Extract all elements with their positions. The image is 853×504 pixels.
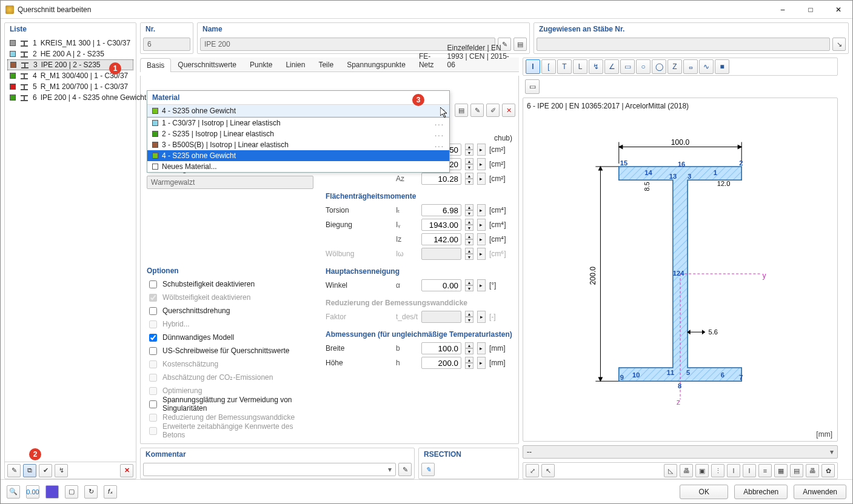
- preview-4-icon[interactable]: I: [743, 464, 756, 477]
- spin-buttons[interactable]: ▲▼: [465, 173, 473, 185]
- rsection-button[interactable]: ✎: [421, 463, 435, 476]
- tab[interactable]: Querschnittswerte: [171, 58, 243, 71]
- herstellung-input[interactable]: Warmgewalzt: [147, 176, 313, 189]
- option-row[interactable]: Querschnittsdrehung: [147, 304, 313, 317]
- prop-input[interactable]: [421, 204, 461, 216]
- shape-angle-button[interactable]: ∠: [604, 59, 619, 74]
- prop-input[interactable]: [421, 342, 461, 354]
- footer-tool-3[interactable]: [45, 485, 59, 499]
- option-checkbox[interactable]: [149, 280, 157, 288]
- material-option[interactable]: 1 - C30/37 | Isotrop | Linear elastisch …: [147, 118, 449, 128]
- footer-tool-5[interactable]: ↻: [84, 485, 98, 499]
- preview-3-icon[interactable]: I: [727, 464, 740, 477]
- close-button[interactable]: ✕: [825, 1, 852, 19]
- footer-tool-6[interactable]: fₓ: [104, 485, 117, 499]
- option-checkbox[interactable]: [149, 334, 157, 342]
- material-edit-button[interactable]: ✐: [486, 104, 500, 117]
- section-list[interactable]: 1 KREIS_M1 300 | 1 - C30/37 2 HE 200 A |…: [5, 35, 136, 462]
- shape-box-button[interactable]: ▭: [620, 59, 635, 74]
- kommentar-combo[interactable]: [143, 463, 396, 476]
- material-option[interactable]: 2 - S235 | Isotrop | Linear elastisch ..…: [147, 128, 449, 139]
- preview-zoom-button[interactable]: ⤢: [526, 464, 539, 477]
- preview-combo[interactable]: --: [523, 445, 838, 459]
- prop-arrow-button[interactable]: ▸: [477, 357, 486, 369]
- prop-input[interactable]: [421, 173, 461, 185]
- prop-arrow-button[interactable]: ▸: [477, 173, 486, 185]
- list-delete-button[interactable]: ✕: [120, 464, 133, 477]
- footer-tool-4[interactable]: ▢: [65, 485, 78, 499]
- tab[interactable]: FE-Netz: [412, 49, 441, 71]
- shape-custom-button[interactable]: ▭: [525, 79, 540, 94]
- tab[interactable]: Linien: [279, 58, 312, 71]
- spin-buttons[interactable]: ▲▼: [465, 357, 473, 369]
- tab[interactable]: Spannungspunkte: [340, 58, 412, 71]
- assigned-pick-button[interactable]: ↘: [832, 38, 846, 51]
- preview-grid-icon[interactable]: ▦: [774, 464, 788, 477]
- option-checkbox[interactable]: [149, 400, 157, 408]
- kommentar-edit-button[interactable]: ✎: [398, 463, 412, 476]
- maximize-button[interactable]: □: [797, 1, 825, 19]
- shape-z-button[interactable]: ↯: [589, 59, 603, 74]
- option-checkbox[interactable]: [149, 307, 157, 315]
- option-row[interactable]: Schubsteifigkeit deaktivieren: [147, 277, 313, 291]
- footer-tool-1[interactable]: 🔍: [7, 485, 20, 499]
- prop-arrow-button[interactable]: ▸: [477, 233, 486, 245]
- shape-dot-button[interactable]: ■: [715, 59, 729, 74]
- spin-buttons[interactable]: ▲▼: [465, 233, 473, 245]
- prop-arrow-button[interactable]: ▸: [477, 204, 486, 216]
- preview-print-icon[interactable]: 🖶: [680, 464, 693, 477]
- prop-input[interactable]: [421, 219, 461, 231]
- preview-settings-icon[interactable]: ✿: [821, 464, 835, 477]
- shape-l-button[interactable]: L: [573, 59, 587, 74]
- ok-button[interactable]: OK: [680, 485, 728, 499]
- prop-input[interactable]: [421, 279, 461, 291]
- prop-arrow-button[interactable]: ▸: [477, 342, 486, 354]
- nr-input[interactable]: 6: [143, 38, 190, 51]
- list-check-button[interactable]: ✔: [39, 464, 52, 477]
- list-row[interactable]: 5 R_M1 200/700 | 1 - C30/37: [7, 81, 133, 92]
- material-dropdown[interactable]: Material 4 - S235 ohne Gewicht ▾ 1 - C30…: [147, 90, 450, 173]
- spin-buttons[interactable]: ▲▼: [465, 342, 473, 354]
- option-checkbox[interactable]: [149, 347, 157, 355]
- shape-c-button[interactable]: [: [541, 59, 556, 74]
- tab[interactable]: Teile: [312, 58, 340, 71]
- material-delete-button[interactable]: ✕: [502, 104, 515, 117]
- tab[interactable]: Basis: [140, 58, 171, 72]
- material-new-button[interactable]: ✎: [470, 104, 484, 117]
- minimize-button[interactable]: –: [769, 1, 797, 19]
- shape-rail-button[interactable]: ⏛: [683, 59, 698, 74]
- prop-arrow-button[interactable]: ▸: [477, 219, 486, 231]
- preview-axes-icon[interactable]: ◺: [664, 464, 677, 477]
- spin-buttons[interactable]: ▲▼: [465, 158, 473, 170]
- preview-cursor-button[interactable]: ↖: [541, 464, 555, 477]
- list-row[interactable]: 2 HE 200 A | 2 - S235: [7, 48, 133, 59]
- spin-buttons[interactable]: ▲▼: [465, 144, 473, 156]
- prop-arrow-button[interactable]: ▸: [477, 279, 486, 291]
- assigned-input[interactable]: [537, 38, 830, 51]
- spin-buttons[interactable]: ▲▼: [465, 279, 473, 291]
- list-row[interactable]: 1 KREIS_M1 300 | 1 - C30/37: [7, 38, 133, 48]
- shape-t-button[interactable]: T: [557, 59, 572, 74]
- apply-button[interactable]: Anwenden: [794, 485, 846, 499]
- shape-oval-button[interactable]: ◯: [652, 59, 666, 74]
- preview-printer-icon[interactable]: 🖶: [806, 464, 819, 477]
- prop-input[interactable]: [421, 357, 461, 369]
- preview-1-icon[interactable]: ▣: [695, 464, 709, 477]
- material-selected-row[interactable]: 4 - S235 ohne Gewicht ▾: [147, 105, 449, 117]
- prop-arrow-button[interactable]: ▸: [477, 158, 486, 170]
- material-option[interactable]: Neues Material...: [147, 161, 449, 172]
- cancel-button[interactable]: Abbrechen: [734, 485, 788, 499]
- spin-buttons[interactable]: ▲▼: [465, 219, 473, 231]
- option-row[interactable]: Spannungsglättung zur Vermeidung von Sin…: [147, 397, 313, 411]
- shape-i-button[interactable]: I: [526, 59, 540, 74]
- spin-buttons[interactable]: ▲▼: [465, 204, 473, 216]
- prop-arrow-button[interactable]: ▸: [477, 144, 486, 156]
- list-copy-button[interactable]: ⧉: [23, 464, 36, 477]
- material-option[interactable]: 3 - B500S(B) | Isotrop | Linear elastisc…: [147, 139, 449, 150]
- prop-input[interactable]: [421, 233, 461, 245]
- footer-tool-2[interactable]: 0.00: [26, 485, 39, 499]
- preview-5-icon[interactable]: ≡: [758, 464, 772, 477]
- option-row[interactable]: Dünnwandiges Modell: [147, 331, 313, 344]
- shape-wave-button[interactable]: ∿: [699, 59, 714, 74]
- material-option[interactable]: 4 - S235 ohne Gewicht: [147, 150, 449, 161]
